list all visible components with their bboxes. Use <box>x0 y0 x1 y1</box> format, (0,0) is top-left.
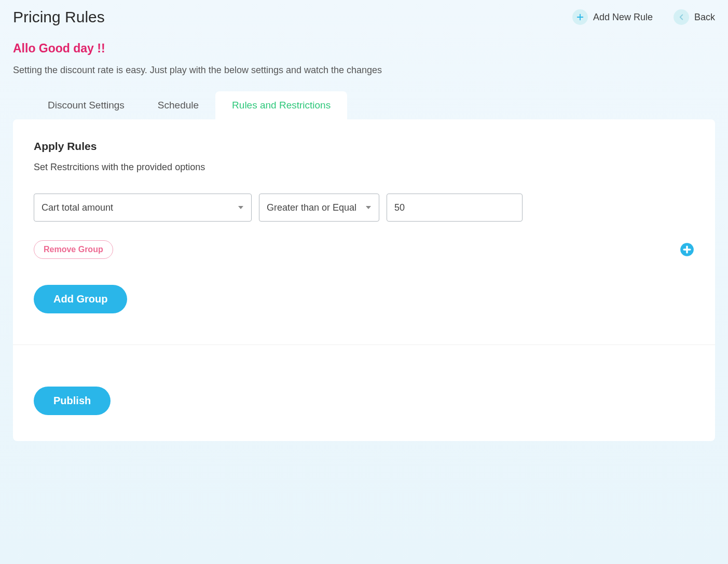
greeting-title: Allo Good day !! <box>13 42 715 56</box>
divider <box>13 345 715 345</box>
tab-discount-settings[interactable]: Discount Settings <box>31 91 141 119</box>
remove-group-button[interactable]: Remove Group <box>34 240 113 259</box>
operator-select[interactable]: Greater than or Equal <box>259 194 379 222</box>
header-actions: Add New Rule Back <box>572 9 715 25</box>
back-button[interactable]: Back <box>674 9 715 25</box>
back-label: Back <box>694 12 715 23</box>
publish-button[interactable]: Publish <box>34 387 111 415</box>
content-card: Apply Rules Set Restrcitions with the pr… <box>13 119 715 441</box>
add-new-rule-button[interactable]: Add New Rule <box>572 9 653 25</box>
chevron-left-icon <box>674 9 689 25</box>
add-group-button[interactable]: Add Group <box>34 285 127 313</box>
page-title: Pricing Rules <box>13 8 105 26</box>
greeting-description: Setting the discount rate is easy. Just … <box>13 65 715 76</box>
tab-rules-restrictions[interactable]: Rules and Restrictions <box>215 91 347 119</box>
add-new-rule-label: Add New Rule <box>593 12 653 23</box>
rule-row: Cart total amount Greater than or Equal <box>34 194 694 222</box>
value-input[interactable] <box>387 194 523 222</box>
apply-rules-description: Set Restrcitions with the provided optio… <box>34 162 694 173</box>
apply-rules-title: Apply Rules <box>34 140 694 153</box>
add-rule-plus-icon[interactable] <box>680 242 694 257</box>
tab-schedule[interactable]: Schedule <box>141 91 215 119</box>
condition-field-select[interactable]: Cart total amount <box>34 194 252 222</box>
tabs: Discount Settings Schedule Rules and Res… <box>0 91 728 119</box>
plus-circle-icon <box>572 9 588 25</box>
